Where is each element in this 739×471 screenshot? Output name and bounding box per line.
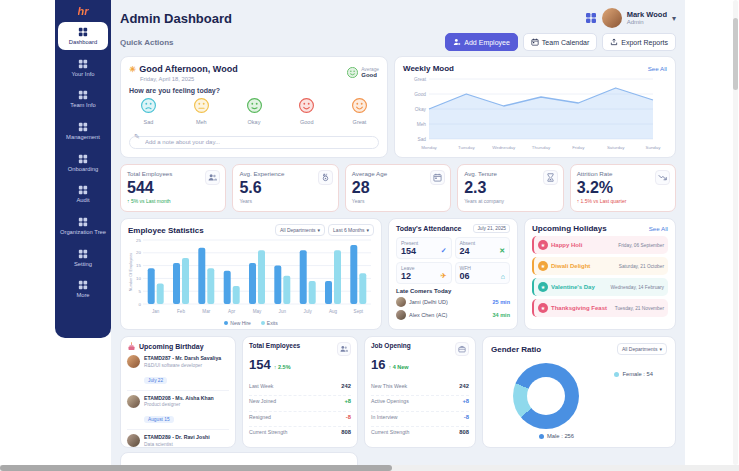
late-comers-title: Late Comers Today [396,288,510,294]
mood-meh[interactable]: Meh [194,98,209,125]
greeting-title: Good Afternoon, Wood [139,64,237,74]
note-input[interactable] [129,136,379,149]
sidebar-item-team-info[interactable]: Team Info [58,85,108,113]
total-employees-header: Total Employees [249,342,351,356]
add-employee-button[interactable]: Add Employee [445,33,518,51]
svg-text:25: 25 [136,238,141,243]
birthday-role: Product designer [144,402,214,407]
grid-icon [78,154,88,164]
button-label: Export Reports [621,39,668,46]
sidebar-item-audit[interactable]: Audit [58,180,108,208]
user-role: Admin [627,19,667,26]
button-label: Add Employee [464,39,510,46]
sidebar-item-setting[interactable]: Setting [58,244,108,272]
horizontal-scrollbar[interactable] [0,465,739,471]
sidebar-item-more[interactable]: More [58,275,108,303]
chevron-down-icon[interactable]: ▾ [672,14,676,23]
sidebar-item-label: Audit [76,197,89,204]
birthdays-header: Upcoming Birthday [127,342,229,351]
holiday-name: Happy Holi [551,242,615,248]
svg-text:Friday: Friday [572,145,585,150]
time-range-filter[interactable]: Last 6 Months ▾ [328,224,374,236]
quick-actions-label: Quick Actions [120,38,174,47]
birthdays-title: Upcoming Birthday [139,343,204,350]
apps-grid-icon[interactable] [585,12,597,24]
summary-row: Last Week242 [249,381,351,389]
birthdays-list: ETAMD287 - Mr. Darsh SavaliyaR&D/UI soft… [127,351,229,448]
tile-value: 24 [460,246,470,256]
department-filter[interactable]: All Departments ▾ [275,224,325,236]
sidebar-item-onboarding[interactable]: Onboarding [58,149,108,177]
calendar-icon [430,170,445,185]
holidays-see-all[interactable]: See All [649,225,668,232]
summary-row: In Interview-8 [371,411,469,420]
sidebar-item-dashboard[interactable]: Dashboard [58,22,108,50]
summary-value: 808 [459,429,469,435]
mood-good[interactable]: Good [299,98,314,125]
greeting-title-row: ☀ Good Afternoon, Wood [129,64,238,74]
birthday-role: R&D/UI software developer [144,363,221,368]
weekly-mood-header: Weekly Mood See All [403,64,667,73]
summary-row: Current Strength808 [371,426,469,435]
summary-label: Resigned [249,414,271,420]
birthday-employee: ETAMD208 - Ms. Aisha Khan [144,395,214,402]
sidebar-item-organization-tree[interactable]: Organization Tree [58,212,108,240]
svg-text:Apr: Apr [228,309,236,314]
user-plus-icon [453,38,461,46]
holiday-icon: ★ [538,261,548,271]
department-filter-value: All Departments [280,227,316,233]
chevron-down-icon: ▾ [318,227,321,233]
avatar [396,310,406,320]
people-icon [340,345,348,353]
export-reports-button[interactable]: Export Reports [602,33,676,51]
horizontal-scrollbar-thumb[interactable] [0,465,392,471]
legend-item: Exits [261,320,278,326]
briefcase-icon [455,342,469,356]
stat-subtext: Years at company [464,198,556,204]
summary-value: 242 [341,383,351,389]
svg-text:Jan: Jan [152,309,160,314]
calendar-icon [531,38,539,46]
team-calendar-button[interactable]: Team Calendar [523,33,597,51]
edit-icon: ✎ [134,133,140,141]
greeting-left: ☀ Good Afternoon, Wood Friday, April 18,… [129,64,238,82]
attendance-card: Today's Attendance July 21, 2025 Present… [388,218,518,330]
svg-text:Thursday: Thursday [532,145,551,150]
grid-icon [78,90,88,100]
holiday-name: Diwali Delight [551,263,616,269]
holiday-icon: ★ [538,303,548,313]
user-avatar[interactable] [602,8,622,28]
vertical-scrollbar-thumb[interactable] [733,18,738,90]
summary-label: Last Week [249,383,273,389]
weekly-mood-title: Weekly Mood [403,64,454,73]
attendance-title: Today's Attendance [396,225,461,232]
sidebar-item-label: Team Info [70,102,95,109]
total-employees-card: Total Employees 154 ↑ 2.5% Last Week242N… [242,336,358,448]
summary-label: Current Strength [371,429,409,435]
late-comers-list: Jami (Delhi UD)25 minAlex Chen (AC)34 mi… [396,297,510,320]
summary-value: +8 [344,398,351,404]
vertical-scrollbar[interactable] [733,0,738,465]
svg-text:Tuesday: Tuesday [458,145,475,150]
stat-card-attrition-rate: Attrition Rate3.2%↑ 1.5% vs Last quarter [570,164,676,212]
attendance-date-picker[interactable]: July 21, 2025 [473,224,510,233]
sidebar-item-management[interactable]: Management [58,117,108,145]
gender-department-filter[interactable]: All Departments ▾ [617,343,667,355]
holiday-icon: ★ [538,240,548,250]
mood-sad[interactable]: Sad [141,98,156,125]
sidebar-item-your-info[interactable]: Your Info [58,54,108,82]
grid-icon [78,217,88,227]
note-input-wrap: ✎ [129,130,379,149]
mood-okay[interactable]: Okay [247,98,262,125]
weekly-mood-see-all[interactable]: See All [648,65,667,72]
button-label: Team Calendar [542,39,589,46]
mood-great[interactable]: Great [352,98,367,125]
holiday-date: Friday, 06 September [618,243,664,248]
svg-text:Saturday: Saturday [607,145,625,150]
svg-text:May: May [253,309,262,314]
summary-label: In Interview [371,414,398,420]
people-icon [208,173,217,182]
birthday-role: Data scientist [144,442,210,447]
user-menu[interactable]: Mark Wood Admin ▾ [585,8,676,28]
late-comer-row: Jami (Delhi UD)25 min [396,297,510,307]
